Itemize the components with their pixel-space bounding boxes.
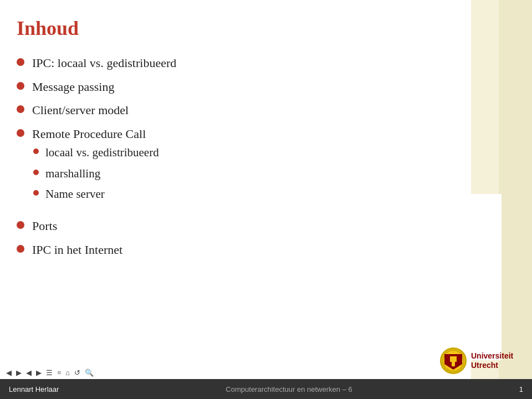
nav-first-button[interactable]: ◀ [4,368,13,378]
logo-area: Universiteit Utrecht [440,347,526,374]
svg-rect-2 [450,356,457,362]
slide-title: Inhoud [17,17,438,40]
main-content: Inhoud IPC: locaal vs. gedistribueerd Me… [0,0,466,377]
bullet-list: IPC: locaal vs. gedistribueerd Message p… [17,55,438,258]
list-item: Message passing [17,79,438,95]
nav-prev-button[interactable]: ▶ [14,368,23,378]
list-item: marshalling [17,166,159,181]
nav-home-button[interactable]: ⌂ [64,368,71,378]
list-item-rpc: Remote Procedure Call locaal vs. gedistr… [17,126,438,211]
university-name: Universiteit Utrecht [471,351,526,370]
footer-title: Computerarchitectuur en netwerken – 6 [59,385,519,393]
bullet-dot-icon [17,82,24,90]
svg-rect-3 [452,362,455,366]
deco-right-inner-panel [499,0,532,399]
list-item: locaal vs. gedistribueerd [17,145,159,160]
bullet-dot-small-icon [33,149,39,154]
list-item: IPC: locaal vs. gedistribueerd [17,55,438,71]
nav-toc-button[interactable]: ≡ [55,368,63,378]
list-item: IPC in het Internet [17,242,438,258]
bullet-dot-icon [17,245,24,253]
nav-refresh-button[interactable]: ↺ [73,368,82,378]
nav-list-button[interactable]: ☰ [44,368,54,378]
bottom-bar: Lennart Herlaar Computerarchitectuur en … [0,379,532,399]
sub-bullet-list: locaal vs. gedistribueerd marshalling Na… [17,145,159,207]
university-logo [440,347,467,374]
nav-search-button[interactable]: 🔍 [83,368,95,378]
bullet-dot-small-icon [33,190,39,196]
footer-page-number: 1 [519,385,523,393]
nav-section-next-button[interactable]: ▶ [34,368,43,378]
nav-controls[interactable]: ◀ ▶ ◀ ▶ ☰ ≡ ⌂ ↺ 🔍 [4,368,95,378]
list-item: Client/server model [17,103,438,119]
nav-section-prev-button[interactable]: ◀ [24,368,33,378]
bullet-dot-icon [17,129,24,137]
slide: Inhoud IPC: locaal vs. gedistribueerd Me… [0,0,532,399]
list-item: Name server [17,187,159,202]
bullet-dot-icon [17,58,24,66]
list-item: Ports [17,218,438,234]
bullet-dot-icon [17,221,24,229]
bullet-dot-icon [17,105,24,113]
bullet-dot-small-icon [33,170,39,175]
footer-author: Lennart Herlaar [9,385,59,393]
logo-svg [442,350,464,372]
